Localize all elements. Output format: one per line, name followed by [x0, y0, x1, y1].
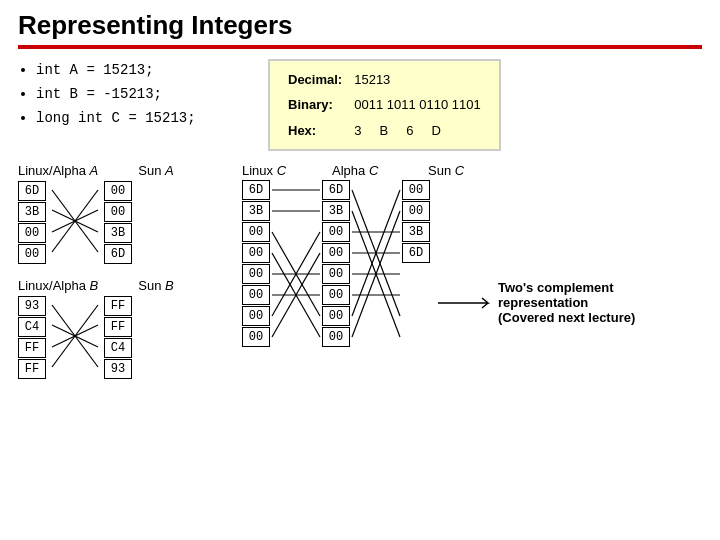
byte-b-right-1: FF	[104, 317, 132, 337]
info-box: Decimal: 15213 Binary: 0011 1011 0110 11…	[268, 59, 501, 151]
decimal-val: 15213	[348, 67, 487, 92]
byte-b-left-0: 93	[18, 296, 46, 316]
alpha-c-bytes: 6D 3B 00 00 00 00 00 00	[322, 180, 350, 347]
bullet-list: int A = 15213; int B = -15213; long int …	[18, 59, 248, 130]
byte-a-right-0: 00	[104, 181, 132, 201]
page-title: Representing Integers	[18, 10, 702, 41]
byte-a-left-2: 00	[18, 223, 46, 243]
sun-c-label: Sun C	[428, 163, 464, 178]
byte-b-left-3: FF	[18, 359, 46, 379]
hex-label: Hex:	[282, 118, 348, 143]
group-a: Linux/Alpha A Sun A 6D 3B 00 00	[18, 163, 218, 264]
bullet-1: int A = 15213;	[36, 59, 248, 83]
hex-vals: 3 B 6 D	[348, 118, 487, 143]
byte-b-right-0: FF	[104, 296, 132, 316]
complement-note: Two's complement representation(Covered …	[498, 280, 658, 325]
group-a-right-bytes: 00 00 3B 6D	[104, 181, 132, 264]
right-column: Linux C Alpha C Sun C 6D 3B 00 00 00 00 …	[228, 163, 702, 379]
sun-b-label: Sun B	[138, 278, 173, 293]
byte-a-right-1: 00	[104, 202, 132, 222]
sun-a-label: Sun A	[138, 163, 173, 178]
group-c-left-arrows	[270, 180, 322, 348]
binary-val: 0011 1011 0110 1101	[348, 92, 487, 117]
bullet-2: int B = -15213;	[36, 83, 248, 107]
group-b-diagram: 93 C4 FF FF FF FF C4	[18, 295, 218, 379]
left-column: Linux/Alpha A Sun A 6D 3B 00 00	[18, 163, 218, 379]
byte-a-right-3: 6D	[104, 244, 132, 264]
sun-c-bytes: 00 00 3B 6D	[402, 180, 430, 347]
byte-b-right-2: C4	[104, 338, 132, 358]
linux-c-label: Linux C	[242, 163, 290, 178]
linux-alpha-a-label: Linux/Alpha A	[18, 163, 98, 178]
hex-val-1: B	[380, 123, 389, 138]
byte-b-left-2: FF	[18, 338, 46, 358]
linux-alpha-b-label: Linux/Alpha B	[18, 278, 98, 293]
group-c-right-arrows	[350, 180, 402, 348]
group-a-left-bytes: 6D 3B 00 00	[18, 181, 46, 264]
group-a-arrows	[50, 180, 100, 264]
byte-a-left-1: 3B	[18, 202, 46, 222]
hex-val-0: 3	[354, 123, 361, 138]
group-a-diagram: 6D 3B 00 00 00 00 3B	[18, 180, 218, 264]
linux-c-bytes: 6D 3B 00 00 00 00 00 00	[242, 180, 270, 347]
alpha-c-label: Alpha C	[332, 163, 408, 178]
byte-b-left-1: C4	[18, 317, 46, 337]
complement-note-area: Two's complement representation(Covered …	[438, 280, 658, 325]
group-b-left-bytes: 93 C4 FF FF	[18, 296, 46, 379]
note-arrow-icon	[438, 288, 498, 318]
byte-a-right-2: 3B	[104, 223, 132, 243]
byte-a-left-0: 6D	[18, 181, 46, 201]
binary-label: Binary:	[282, 92, 348, 117]
hex-val-3: D	[432, 123, 441, 138]
hex-val-2: 6	[406, 123, 413, 138]
group-b-arrows	[50, 295, 100, 379]
group-b: Linux/Alpha B Sun B 93 C4 FF FF	[18, 278, 218, 379]
group-c-diagram: 6D 3B 00 00 00 00 00 00	[242, 180, 702, 348]
red-divider	[18, 45, 702, 49]
byte-a-left-3: 00	[18, 244, 46, 264]
decimal-label: Decimal:	[282, 67, 348, 92]
group-c-header-row: Linux C Alpha C Sun C	[242, 163, 702, 178]
group-b-right-bytes: FF FF C4 93	[104, 296, 132, 379]
bullet-3: long int C = 15213;	[36, 107, 248, 131]
byte-b-right-3: 93	[104, 359, 132, 379]
